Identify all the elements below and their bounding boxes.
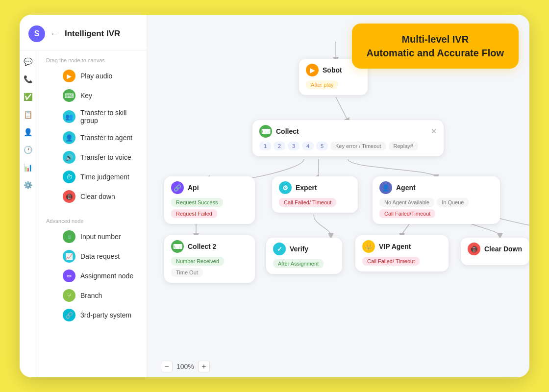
api-success[interactable]: Request Success (171, 198, 223, 207)
sidebar-item-transfer-voice[interactable]: 🔊 Transfer to voice (63, 147, 147, 167)
clear-down-icon: 📵 (63, 190, 75, 203)
collect-num-3[interactable]: 3 (288, 142, 299, 150)
verify-node: ✓ Verify After Assignment (266, 238, 342, 274)
vip-agent-failed[interactable]: Call Failed/ Timeout (362, 257, 420, 266)
canvas-area: Multi-level IVR Automatic and Accurate F… (147, 15, 529, 377)
sobot-title: Sobot (323, 66, 342, 74)
sidebar-item-clear-down[interactable]: 📵 Clear down (63, 187, 147, 206)
expert-node: ⚙ Expert Call Failed/ Timeout (272, 176, 358, 213)
expert-failed[interactable]: Call Failed/ Timeout (279, 198, 336, 207)
sobot-tag[interactable]: After play (306, 80, 338, 89)
clock-icon[interactable]: 🕐 (24, 146, 33, 154)
phone-icon[interactable]: 📞 (24, 75, 33, 84)
sidebar-item-branch[interactable]: ⑂ Branch (63, 286, 147, 305)
sidebar-item-assignment[interactable]: ✏ Assignment node (63, 266, 147, 286)
input-number-icon: ≡ (63, 230, 75, 243)
api-node-icon: 🔗 (171, 181, 184, 194)
clear-down-node-icon: 📵 (468, 243, 480, 255)
avatar: S (28, 25, 45, 42)
expert-title: Expert (296, 184, 317, 192)
agent-node-icon: 👤 (379, 181, 392, 194)
verify-title: Verify (290, 245, 308, 253)
verify-after-assignment[interactable]: After Assignment (273, 259, 324, 268)
transfer-skill-label: Transfer to skill group (80, 109, 138, 124)
play-audio-label: Play audio (80, 72, 112, 80)
svg-line-1 (336, 97, 348, 121)
sidebar-item-time-judgement[interactable]: ⏱ Time judgement (63, 167, 147, 187)
api-node: 🔗 Api Request Success Request Failed (164, 176, 255, 224)
verify-node-icon: ✓ (273, 243, 286, 255)
gear-icon[interactable]: ⚙️ (24, 181, 33, 190)
sidebar: S ← Intelligent IVR 💬 📞 ✅ 📋 👤 🕐 📊 ⚙️ Dra… (20, 15, 147, 377)
collect-key-error[interactable]: Key error / Timeout (330, 142, 386, 150)
transfer-voice-icon: 🔊 (63, 151, 75, 164)
collect2-title: Collect 2 (188, 243, 216, 250)
sidebar-item-transfer-skill[interactable]: 👥 Transfer to skill group (63, 105, 147, 128)
tooltip-bubble: Multi-level IVR Automatic and Accurate F… (352, 24, 519, 69)
collect2-timeout[interactable]: Time Out (171, 268, 203, 277)
api-failed[interactable]: Request Failed (171, 209, 217, 218)
input-number-label: Input number (80, 233, 121, 241)
tooltip-line2: Automatic and Accurate Flow (367, 46, 504, 60)
expert-node-icon: ⚙ (279, 181, 292, 194)
branch-label: Branch (80, 292, 102, 299)
sidebar-item-play-audio[interactable]: ▶ Play audio (63, 66, 147, 86)
clear-down-node: 📵 Clear Down (461, 238, 529, 265)
zoom-in-button[interactable]: + (198, 361, 210, 372)
collect2-node-icon: ⌨ (171, 240, 184, 253)
time-label: Time judgement (80, 173, 129, 181)
sidebar-title: Intelligent IVR (65, 29, 120, 39)
checklist-icon[interactable]: ✅ (24, 93, 33, 101)
chart-icon[interactable]: 📊 (24, 163, 33, 172)
assignment-icon: ✏ (63, 270, 75, 282)
collect2-received[interactable]: Number Received (171, 257, 224, 266)
user-icon[interactable]: 👤 (24, 128, 33, 137)
collect-num-2[interactable]: 2 (274, 142, 285, 150)
transfer-agent-label: Transfer to agent (80, 134, 132, 142)
sobot-node-icon: ▶ (306, 64, 319, 76)
sidebar-item-key[interactable]: ⌨ Key (63, 86, 147, 105)
clear-down-label: Clear down (80, 193, 115, 200)
data-request-label: Data request (80, 252, 120, 260)
comment-icon[interactable]: 💬 (24, 57, 33, 66)
collect-replay[interactable]: Replay# (389, 142, 418, 150)
zoom-out-button[interactable]: − (161, 361, 173, 372)
zoom-value: 100% (176, 363, 194, 370)
sidebar-header: S ← Intelligent IVR (20, 15, 147, 50)
clipboard-icon[interactable]: 📋 (24, 110, 33, 119)
play-audio-icon: ▶ (63, 70, 75, 82)
collect-num-5[interactable]: 5 (316, 142, 328, 150)
collect-num-1[interactable]: 1 (259, 142, 271, 150)
agent-node: 👤 Agent No Agent Available In Queue Call… (373, 176, 500, 224)
vip-agent-icon: 👑 (362, 240, 375, 253)
sidebar-item-data-request[interactable]: 📈 Data request (63, 246, 147, 266)
agent-no-avail[interactable]: No Agent Available (379, 198, 434, 207)
collect-close-icon[interactable]: ✕ (431, 127, 437, 135)
agent-in-queue[interactable]: In Queue (437, 198, 469, 207)
vip-agent-title: VIP Agent (379, 243, 411, 250)
adv-section-label: Advanced node (37, 211, 147, 227)
collect-node: ⌨ Collect ✕ 1 2 3 4 5 Key error / Timeou… (252, 120, 444, 156)
collect-title: Collect (276, 127, 299, 135)
sidebar-item-3rdparty[interactable]: 🔗 3rd-party system (63, 305, 147, 325)
data-request-icon: 📈 (63, 250, 75, 263)
tooltip-line1: Multi-level IVR (367, 32, 504, 46)
3rdparty-label: 3rd-party system (80, 311, 131, 319)
transfer-skill-icon: 👥 (63, 110, 75, 123)
transfer-agent-icon: 👤 (63, 131, 75, 144)
adv-node-list: ≡ Input number 📈 Data request ✏ Assignme… (37, 227, 147, 325)
node-list: ▶ Play audio ⌨ Key 👥 Transfer to skill g… (37, 66, 147, 206)
collect2-node: ⌨ Collect 2 Number Received Time Out (164, 235, 255, 283)
key-label: Key (80, 92, 92, 99)
back-button[interactable]: ← (50, 29, 59, 39)
3rdparty-icon: 🔗 (63, 309, 75, 321)
zoom-bar: − 100% + (161, 361, 210, 372)
collect-num-4[interactable]: 4 (302, 142, 314, 150)
sidebar-item-transfer-agent[interactable]: 👤 Transfer to agent (63, 128, 147, 147)
main-card: S ← Intelligent IVR 💬 📞 ✅ 📋 👤 🕐 📊 ⚙️ Dra… (20, 15, 529, 377)
agent-failed[interactable]: Call Failed/Timeout (379, 209, 435, 218)
vip-agent-node: 👑 VIP Agent Call Failed/ Timeout (355, 235, 449, 271)
sidebar-item-input-number[interactable]: ≡ Input number (63, 227, 147, 246)
branch-icon: ⑂ (63, 289, 75, 302)
section-label: Drag the node to canvas (37, 50, 147, 66)
